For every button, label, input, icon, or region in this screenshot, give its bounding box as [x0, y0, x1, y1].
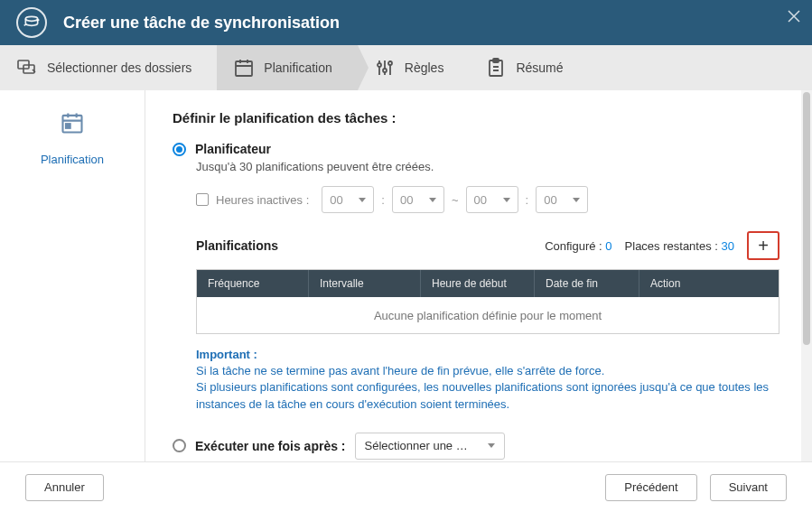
sliders-icon — [374, 57, 396, 79]
scrollbar-thumb[interactable] — [803, 92, 810, 345]
chevron-down-icon — [573, 198, 580, 202]
col-interval: Intervalle — [309, 270, 421, 297]
add-schedule-button[interactable]: + — [747, 231, 779, 260]
step-sidebar: Planification — [0, 90, 145, 461]
configured-label: Configuré : — [545, 239, 602, 253]
col-end: Date de fin — [535, 270, 639, 297]
chevron-down-icon — [503, 198, 510, 202]
close-button[interactable] — [787, 9, 801, 23]
inactive-start-min-select[interactable]: 00 — [392, 186, 444, 213]
svg-point-6 — [388, 61, 392, 65]
col-frequency: Fréquence — [197, 270, 309, 297]
cancel-button[interactable]: Annuler — [25, 474, 104, 501]
chevron-down-icon — [359, 198, 366, 202]
svg-point-5 — [383, 69, 387, 72]
calendar-icon — [233, 57, 255, 79]
section-title: Définir le planification des tâches : — [173, 110, 779, 126]
step-select-folders[interactable]: Sélectionner des dossiers — [0, 45, 217, 90]
remaining-count: 30 — [722, 239, 734, 253]
wizard-steps: Sélectionner des dossiers Planification … — [0, 45, 812, 90]
important-label: Important : — [196, 347, 779, 363]
chevron-down-icon — [429, 198, 436, 202]
chevron-down-icon — [488, 443, 495, 448]
window-title: Créer une tâche de synchronisation — [63, 14, 340, 33]
inactive-end-hour-select[interactable]: 00 — [466, 186, 518, 213]
folders-icon — [16, 57, 38, 79]
step-label: Sélectionner des dossiers — [47, 61, 191, 75]
sidebar-label: Planification — [0, 153, 145, 166]
inactive-start-hour-select[interactable]: 00 — [322, 186, 374, 213]
scheduler-label: Planificateur — [195, 142, 271, 156]
col-start: Heure de début — [421, 270, 535, 297]
calendar-icon — [60, 110, 85, 135]
plans-title: Planifications — [196, 238, 278, 253]
titlebar: Créer une tâche de synchronisation — [0, 0, 812, 45]
configured-count: 0 — [605, 239, 611, 253]
svg-point-4 — [378, 63, 381, 67]
step-label: Règles — [405, 61, 444, 75]
sync-icon — [16, 7, 47, 38]
important-text: Si la tâche ne se termine pas avant l'he… — [196, 363, 779, 379]
step-rules[interactable]: Règles — [358, 45, 470, 90]
svg-rect-10 — [66, 124, 70, 128]
scrollbar[interactable] — [801, 90, 812, 461]
step-label: Résumé — [516, 61, 563, 75]
inactive-end-min-select[interactable]: 00 — [536, 186, 588, 213]
inactive-hours-label: Heures inactives : — [216, 193, 309, 207]
scheduler-desc: Jusqu'à 30 planifications peuvent être c… — [196, 160, 779, 173]
radio-scheduler[interactable] — [173, 143, 186, 156]
inactive-hours-checkbox[interactable] — [196, 193, 209, 206]
previous-button[interactable]: Précédent — [605, 474, 696, 501]
table-empty-message: Aucune planification définie pour le mom… — [197, 297, 779, 333]
svg-rect-3 — [236, 61, 252, 76]
svg-point-0 — [25, 16, 37, 21]
exec-once-label: Exécuter une fois après : — [195, 439, 346, 453]
radio-exec-once[interactable] — [173, 439, 186, 452]
step-planning[interactable]: Planification — [217, 45, 358, 90]
col-action: Action — [639, 270, 779, 297]
step-summary[interactable]: Résumé — [469, 45, 588, 90]
important-text: Si plusieurs planifications sont configu… — [196, 379, 779, 412]
step-label: Planification — [264, 61, 332, 75]
clipboard-icon — [485, 57, 507, 79]
exec-once-select[interactable]: Sélectionner une … — [355, 433, 505, 460]
next-button[interactable]: Suivant — [710, 474, 787, 501]
remaining-label: Places restantes : — [625, 239, 718, 253]
schedule-table: Fréquence Intervalle Heure de début Date… — [196, 269, 779, 334]
